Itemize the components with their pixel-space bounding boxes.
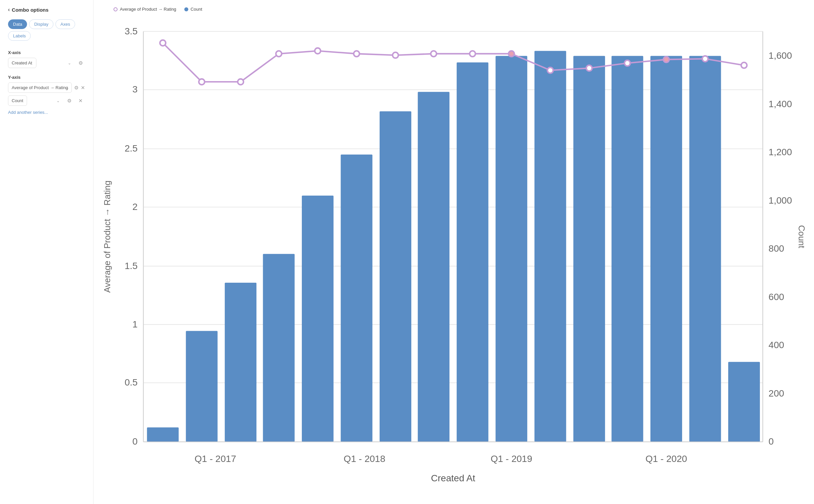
right-ytick-600: 600: [769, 292, 784, 302]
svg-point-18: [548, 67, 553, 73]
bar-1: [186, 331, 218, 442]
yaxis-series1-gear-icon[interactable]: ⚙: [74, 83, 78, 92]
left-yaxis-label: Average of Product → Rating: [103, 181, 112, 293]
xlabel-q1-2019: Q1 - 2019: [490, 454, 532, 464]
xaxis-select[interactable]: Created At: [8, 58, 36, 68]
yaxis-series2-gear-icon[interactable]: ⚙: [64, 96, 74, 105]
svg-point-12: [315, 48, 321, 54]
chart-legend: Average of Product → Rating Count: [100, 7, 806, 12]
svg-point-16: [470, 51, 475, 56]
legend-rating-label: Average of Product → Rating: [120, 7, 176, 12]
bar-9: [495, 56, 527, 442]
right-yaxis-label: Count: [797, 225, 806, 248]
bar-0: [147, 428, 179, 442]
legend-rating-icon: [114, 7, 118, 11]
svg-point-21: [663, 57, 669, 62]
yaxis-series1-remove-icon[interactable]: ✕: [80, 83, 85, 92]
right-ytick-1200: 1,200: [769, 147, 792, 157]
bar-10: [535, 51, 566, 442]
main-content: Average of Product → Rating Count: [93, 0, 814, 504]
bar-15: [728, 362, 760, 442]
xlabel-q1-2017: Q1 - 2017: [195, 454, 236, 464]
right-ytick-800: 800: [769, 243, 784, 254]
svg-point-22: [702, 56, 708, 61]
svg-point-8: [160, 40, 166, 46]
bar-2: [225, 283, 256, 442]
bar-3: [263, 254, 295, 442]
yaxis-series2-chevron-icon: ⌄: [56, 98, 60, 103]
svg-point-17: [508, 51, 514, 56]
left-ytick-05: 0.5: [125, 377, 138, 388]
yaxis-label: Y-axis: [8, 75, 85, 80]
svg-point-9: [199, 79, 205, 85]
yaxis-series2-remove-icon[interactable]: ✕: [76, 96, 85, 105]
legend-rating: Average of Product → Rating: [114, 7, 176, 12]
left-ytick-0: 0: [133, 436, 138, 447]
svg-point-23: [741, 62, 747, 68]
bar-4: [302, 196, 334, 442]
bar-6: [380, 111, 411, 442]
bar-12: [612, 56, 643, 442]
yaxis-series2-select[interactable]: Count: [8, 95, 27, 106]
svg-point-11: [276, 51, 281, 56]
bar-5: [341, 155, 372, 442]
xaxis-label: X-axis: [8, 50, 85, 55]
left-ytick-3: 3: [133, 84, 138, 94]
add-series-link[interactable]: Add another series...: [8, 110, 48, 115]
chart-area: 0 0.5 1 1.5 2 2.5 3 3.5 0 200 400 600 80…: [100, 16, 806, 504]
left-ytick-35: 3.5: [125, 26, 138, 36]
yaxis-series1-row: Average of Product → Rating ⌄ ⚙ ✕: [8, 82, 85, 93]
svg-point-14: [393, 52, 398, 58]
bar-7: [418, 92, 449, 442]
sidebar-title: Combo options: [12, 7, 48, 13]
xaxis-gear-icon[interactable]: ⚙: [76, 58, 85, 68]
sidebar: ‹ Combo options Data Display Axes Labels…: [0, 0, 93, 504]
bar-14: [689, 56, 721, 442]
tab-display[interactable]: Display: [29, 19, 53, 29]
svg-point-15: [431, 51, 436, 56]
svg-point-20: [624, 60, 630, 66]
tab-group: Data Display Axes Labels: [8, 19, 85, 41]
xaxis-bottom-label: Created At: [431, 473, 475, 483]
tab-data[interactable]: Data: [8, 19, 27, 29]
xaxis-chevron-icon: ⌄: [68, 61, 71, 65]
xlabel-q1-2020: Q1 - 2020: [645, 454, 687, 464]
right-ytick-1400: 1,400: [769, 99, 792, 109]
svg-point-19: [586, 65, 592, 71]
yaxis-series1-select[interactable]: Average of Product → Rating: [8, 82, 72, 93]
xaxis-select-row: Created At ⌄ ⚙: [8, 58, 85, 68]
svg-point-10: [238, 79, 243, 85]
bar-11: [573, 56, 605, 442]
right-ytick-400: 400: [769, 340, 784, 350]
xlabel-q1-2018: Q1 - 2018: [344, 454, 385, 464]
legend-count-label: Count: [191, 7, 202, 12]
tab-labels[interactable]: Labels: [8, 31, 31, 41]
legend-count: Count: [184, 7, 202, 12]
combo-chart: 0 0.5 1 1.5 2 2.5 3 3.5 0 200 400 600 80…: [100, 16, 806, 504]
bar-13: [650, 56, 682, 442]
yaxis-series1-wrapper: Average of Product → Rating ⌄: [8, 82, 72, 93]
yaxis-series2-row: Count ⌄ ⚙ ✕: [8, 95, 85, 106]
bar-8: [457, 62, 488, 442]
left-ytick-1: 1: [133, 319, 138, 329]
xaxis-select-wrapper: Created At ⌄: [8, 58, 74, 68]
back-icon: ‹: [8, 7, 10, 13]
left-ytick-15: 1.5: [125, 261, 138, 271]
right-ytick-1000: 1,000: [769, 195, 792, 206]
xaxis-section: X-axis Created At ⌄ ⚙: [8, 50, 85, 68]
right-ytick-0: 0: [769, 436, 774, 447]
yaxis-section: Y-axis Average of Product → Rating ⌄ ⚙ ✕…: [8, 75, 85, 115]
left-ytick-2: 2: [133, 202, 138, 212]
tab-axes[interactable]: Axes: [55, 19, 75, 29]
svg-point-13: [354, 51, 359, 56]
yaxis-series2-wrapper: Count ⌄: [8, 95, 62, 106]
left-ytick-25: 2.5: [125, 143, 138, 154]
back-nav[interactable]: ‹ Combo options: [8, 7, 85, 13]
right-ytick-200: 200: [769, 388, 784, 399]
right-ytick-1600: 1,600: [769, 50, 792, 61]
legend-count-icon: [184, 7, 188, 11]
